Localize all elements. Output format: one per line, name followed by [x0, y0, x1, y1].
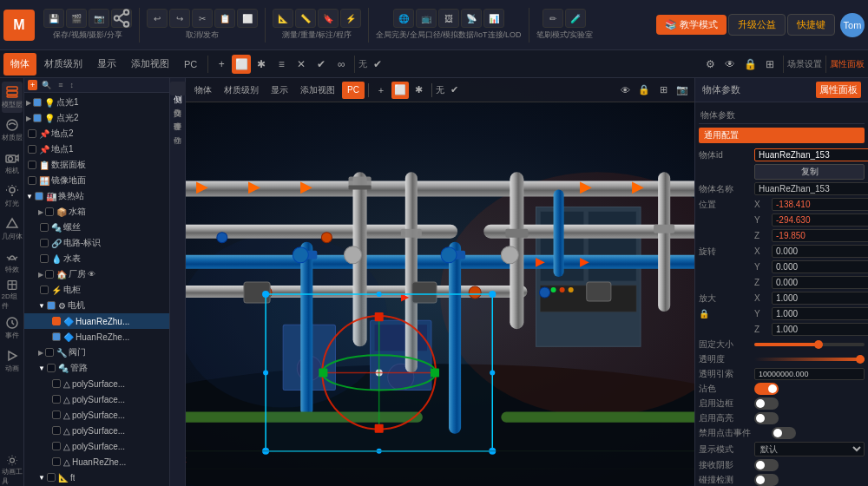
vp-tab-pc[interactable]: PC: [342, 82, 365, 99]
rp-rot-z-input[interactable]: [772, 276, 868, 289]
rp-rot-y-input[interactable]: [772, 260, 868, 273]
upgrade-button[interactable]: 升级公益: [728, 14, 786, 36]
tree-item[interactable]: ▶ 💡 点光1: [24, 95, 169, 110]
vp-grid-btn[interactable]: ⊞: [654, 82, 672, 99]
eye-btn[interactable]: 👁: [720, 55, 740, 74]
tree-checkbox[interactable]: [52, 317, 61, 325]
tree-checkbox[interactable]: [45, 270, 54, 279]
tree-item[interactable]: 💧 水表: [24, 251, 169, 266]
sim-data-icon[interactable]: 🖼: [438, 9, 459, 28]
vp-tab-addview[interactable]: 添加视图: [295, 82, 340, 99]
lab-icon[interactable]: 🧪: [565, 9, 586, 28]
rp-shadow-toggle[interactable]: [754, 459, 779, 471]
tree-item[interactable]: 🔩 螺丝: [24, 220, 169, 235]
settings-btn[interactable]: ⚙: [700, 55, 720, 74]
tree-checkbox[interactable]: [52, 426, 61, 435]
tree-item[interactable]: 🔷 HuanReZhe...: [24, 329, 169, 345]
tree-checkbox[interactable]: [47, 364, 56, 372]
tree-item[interactable]: ▶ 📦 水箱: [24, 204, 169, 220]
tab-display[interactable]: 显示: [90, 53, 123, 76]
tree-item[interactable]: 🪟 镜像地面: [24, 173, 169, 188]
tree-checkbox[interactable]: [35, 192, 43, 200]
rp-collision-toggle[interactable]: [754, 474, 779, 486]
lock-btn[interactable]: 🔒: [740, 55, 760, 74]
effect-icon[interactable]: 特效: [2, 246, 23, 278]
tree-item[interactable]: 📌 地点2: [24, 126, 169, 141]
video-icon[interactable]: 🎬: [66, 9, 87, 28]
tree-item[interactable]: 📌 地点1: [24, 141, 169, 157]
tree-search-btn[interactable]: 🔍: [39, 80, 54, 90]
rp-scale-x-input[interactable]: [772, 292, 868, 305]
tree-checkbox[interactable]: [28, 176, 36, 185]
rp-name-input[interactable]: [754, 182, 868, 195]
vp-tab-material[interactable]: 材质级别: [219, 82, 264, 99]
tree-filter-btn[interactable]: ≡: [56, 80, 65, 90]
tab-material[interactable]: 材质级别: [37, 53, 89, 76]
iot-icon[interactable]: 📡: [461, 9, 482, 28]
rp-lock-track[interactable]: [754, 343, 865, 346]
global-perfect-icon[interactable]: 🌐: [393, 9, 414, 28]
rp-tint-toggle[interactable]: [754, 383, 779, 395]
tree-item[interactable]: ▼ ⚙ 电机: [24, 298, 169, 313]
rp-scale-y-input[interactable]: [772, 307, 868, 320]
rp-edge-toggle[interactable]: [754, 397, 779, 410]
shortcut-button[interactable]: 快捷键: [787, 14, 835, 36]
rp-click-toggle[interactable]: [772, 427, 796, 439]
camera-icon[interactable]: 相机: [2, 148, 23, 179]
rp-pos-y-input[interactable]: [772, 213, 868, 227]
redo-icon[interactable]: ↪: [169, 9, 190, 28]
vp-eye-btn[interactable]: 👁: [616, 82, 634, 99]
tree-checkbox[interactable]: [40, 286, 49, 294]
tree-checkbox[interactable]: [45, 348, 54, 357]
tree-checkbox[interactable]: [40, 239, 49, 247]
animation-icon[interactable]: 动画: [2, 345, 23, 377]
add-btn[interactable]: +: [212, 55, 231, 74]
tree-sort-btn[interactable]: ↕: [68, 80, 77, 90]
select-mode-btn[interactable]: ⬜: [232, 55, 251, 74]
tree-checkbox[interactable]: [52, 332, 61, 341]
rp-scale-z-input[interactable]: [772, 323, 868, 336]
rp-opacity-thumb[interactable]: [856, 355, 865, 364]
rp-display-select[interactable]: 默认: [754, 442, 865, 456]
list-btn[interactable]: ≡: [272, 55, 291, 74]
share-icon[interactable]: [111, 9, 132, 28]
tree-item[interactable]: ▼ 📐 ft: [24, 470, 169, 485]
paste-icon[interactable]: 📋: [214, 9, 235, 28]
vp-select-btn[interactable]: ⬜: [391, 82, 409, 99]
tree-item[interactable]: △ polySurface...: [24, 391, 169, 407]
tree-checkbox[interactable]: [52, 410, 61, 419]
brush-icon[interactable]: ✏: [542, 9, 563, 28]
check2-btn[interactable]: ✔: [368, 55, 387, 74]
model-layer-icon[interactable]: 模型层: [2, 82, 23, 113]
tab-pc[interactable]: PC: [177, 53, 204, 76]
vp-lock-btn[interactable]: 🔒: [635, 82, 653, 99]
check-btn[interactable]: ✔: [312, 55, 331, 74]
tree-item[interactable]: ▼ 🔩 管路: [24, 360, 169, 376]
tree-item[interactable]: △ polySurface...: [24, 423, 169, 438]
rp-copy-btn[interactable]: 复制: [754, 164, 865, 180]
vtab-auto[interactable]: 自义动作: [170, 95, 185, 109]
event-icon[interactable]: 事件: [2, 312, 23, 344]
undo-icon[interactable]: ↩: [147, 9, 168, 28]
measure-icon[interactable]: 📐: [273, 9, 293, 28]
capture-icon[interactable]: 📷: [89, 9, 109, 28]
rp-opacity-index-input[interactable]: [754, 368, 865, 380]
tree-item[interactable]: 📋 数据面板: [24, 157, 169, 173]
tree-item-selected[interactable]: 🔷 HuanReZhu...: [24, 313, 169, 329]
tree-item[interactable]: ▶ 🏠 厂房 👁: [24, 266, 169, 282]
tools-icon[interactable]: 动画工具: [2, 455, 23, 486]
weight-icon[interactable]: 📏: [295, 9, 316, 28]
viewport[interactable]: 物体 材质级别 显示 添加视图 PC + ⬜ ✱ 无 ✔ 👁 🔒 ⊞ 📷: [186, 78, 694, 486]
tree-checkbox[interactable]: [33, 98, 42, 107]
vtab-event[interactable]: 事件管理: [170, 109, 185, 123]
tree-item[interactable]: △ polySurface...: [24, 376, 169, 391]
rp-lock-thumb[interactable]: [814, 340, 823, 349]
tree-item[interactable]: △ polySurface...: [24, 438, 169, 454]
select-icon[interactable]: ⬜: [237, 9, 258, 28]
tree-checkbox[interactable]: [28, 145, 36, 154]
tab-object[interactable]: 物体: [3, 53, 36, 76]
cut-icon[interactable]: ✂: [192, 9, 213, 28]
annotation-icon[interactable]: 🔖: [318, 9, 339, 28]
save-icon[interactable]: 💾: [43, 9, 64, 28]
tree-checkbox[interactable]: [45, 207, 54, 216]
